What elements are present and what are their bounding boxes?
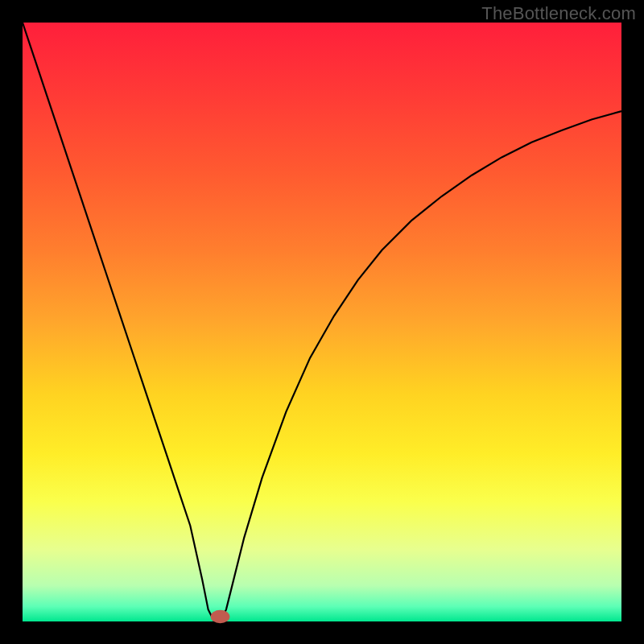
- plot-background: [23, 23, 621, 621]
- bottleneck-chart: [0, 0, 644, 644]
- optimal-point-marker: [211, 610, 230, 623]
- watermark-label: TheBottleneck.com: [481, 3, 636, 24]
- chart-frame: TheBottleneck.com: [0, 0, 644, 644]
